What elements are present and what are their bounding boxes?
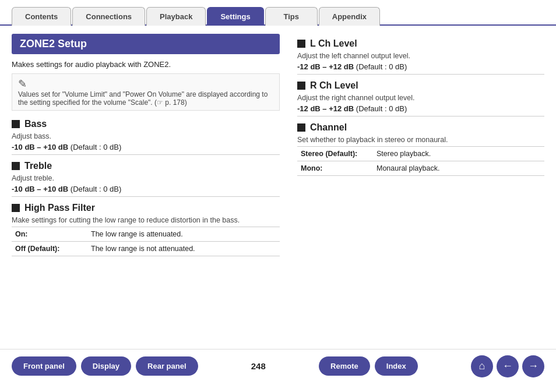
table-cell-value: Stereo playback.	[373, 147, 544, 161]
page-number: 248	[251, 361, 266, 371]
table-cell-key: On:	[12, 227, 87, 242]
back-button[interactable]: ←	[497, 355, 519, 377]
index-button[interactable]: Index	[375, 356, 418, 376]
section-value-r_ch_level: -12 dB – +12 dB (Default : 0 dB)	[297, 104, 544, 116]
section-table-high_pass_filter: On:The low range is attenuated.Off (Defa…	[12, 227, 280, 256]
section-heading-text-l_ch_level: L Ch Level	[310, 38, 357, 49]
table-cell-key: Off (Default):	[12, 242, 87, 256]
note-box: ✎ Values set for "Volume Limit" and "Pow…	[12, 73, 280, 111]
section-heading-channel: Channel	[297, 122, 544, 133]
section-treble: TrebleAdjust treble.-10 dB – +10 dB (Def…	[12, 161, 280, 197]
bottom-icon-group: ⌂ ← →	[471, 355, 544, 377]
section-desc-r_ch_level: Adjust the right channel output level.	[297, 94, 544, 102]
table-row: Off (Default):The low range is not atten…	[12, 242, 280, 256]
right-column: L Ch LevelAdjust the left channel output…	[297, 34, 544, 343]
left-column: ZONE2 Setup Makes settings for audio pla…	[12, 34, 280, 343]
section-bass: BassAdjust bass.-10 dB – +10 dB (Default…	[12, 119, 280, 155]
section-desc-l_ch_level: Adjust the left channel output level.	[297, 52, 544, 60]
tab-settings[interactable]: Settings	[207, 7, 263, 26]
section-value-treble: -10 dB – +10 dB (Default : 0 dB)	[12, 185, 280, 197]
section-heading-text-r_ch_level: R Ch Level	[310, 80, 358, 91]
section-icon-l_ch_level	[297, 40, 305, 48]
table-cell-value: The low range is attenuated.	[87, 227, 280, 242]
section-icon-channel	[297, 123, 305, 132]
section-high_pass_filter: High Pass FilterMake settings for cuttin…	[12, 203, 280, 256]
section-heading-r_ch_level: R Ch Level	[297, 80, 544, 91]
section-value-bass: -10 dB – +10 dB (Default : 0 dB)	[12, 143, 280, 155]
section-table-channel: Stereo (Default):Stereo playback.Mono:Mo…	[297, 146, 544, 176]
intro-text: Makes settings for audio playback with Z…	[12, 60, 280, 69]
section-heading-text-bass: Bass	[24, 119, 47, 129]
front-panel-button[interactable]: Front panel	[12, 356, 76, 376]
section-desc-channel: Set whether to playback in stereo or mon…	[297, 136, 544, 144]
section-r_ch_level: R Ch LevelAdjust the right channel outpu…	[297, 80, 544, 116]
note-text: Values set for "Volume Limit" and "Power…	[18, 90, 268, 107]
section-icon-bass	[12, 120, 20, 128]
table-row: Mono:Monaural playback.	[297, 161, 544, 176]
section-l_ch_level: L Ch LevelAdjust the left channel output…	[297, 38, 544, 75]
section-desc-high_pass_filter: Make settings for cutting the low range …	[12, 216, 280, 224]
section-desc-bass: Adjust bass.	[12, 132, 280, 140]
main-content: ZONE2 Setup Makes settings for audio pla…	[0, 26, 556, 349]
table-row: On:The low range is attenuated.	[12, 227, 280, 242]
bottom-nav-buttons: Front panelDisplayRear panel	[12, 356, 198, 376]
table-cell-value: The low range is not attenuated.	[87, 242, 280, 256]
section-heading-treble: Treble	[12, 161, 280, 171]
tab-appendix[interactable]: Appendix	[319, 7, 380, 26]
table-cell-key: Mono:	[297, 161, 373, 176]
section-heading-text-treble: Treble	[24, 161, 52, 171]
section-icon-high_pass_filter	[12, 204, 20, 212]
tab-playback[interactable]: Playback	[146, 7, 206, 26]
section-value-l_ch_level: -12 dB – +12 dB (Default : 0 dB)	[297, 62, 544, 75]
tab-tips[interactable]: Tips	[265, 7, 318, 26]
page-title: ZONE2 Setup	[12, 34, 280, 54]
table-cell-value: Monaural playback.	[373, 161, 544, 176]
rear-panel-button[interactable]: Rear panel	[136, 356, 198, 376]
bottom-bar: Front panelDisplayRear panel 248 RemoteI…	[0, 349, 556, 383]
remote-button[interactable]: Remote	[319, 356, 370, 376]
table-row: Stereo (Default):Stereo playback.	[297, 147, 544, 161]
forward-button[interactable]: →	[522, 355, 544, 377]
section-heading-high_pass_filter: High Pass Filter	[12, 203, 280, 213]
display-button[interactable]: Display	[81, 356, 131, 376]
section-heading-text-channel: Channel	[310, 122, 347, 133]
section-icon-treble	[12, 162, 20, 170]
table-cell-key: Stereo (Default):	[297, 147, 373, 161]
tab-contents[interactable]: Contents	[12, 7, 71, 26]
pencil-icon: ✎	[18, 77, 273, 90]
top-nav: ContentsConnectionsPlaybackSettingsTipsA…	[0, 0, 556, 26]
home-button[interactable]: ⌂	[471, 355, 493, 377]
section-heading-text-high_pass_filter: High Pass Filter	[24, 203, 95, 213]
section-desc-treble: Adjust treble.	[12, 174, 280, 182]
section-channel: ChannelSet whether to playback in stereo…	[297, 122, 544, 176]
section-heading-l_ch_level: L Ch Level	[297, 38, 544, 49]
section-heading-bass: Bass	[12, 119, 280, 129]
tab-connections[interactable]: Connections	[72, 7, 145, 26]
bottom-nav-buttons-right: RemoteIndex	[319, 356, 418, 376]
section-icon-r_ch_level	[297, 82, 305, 90]
